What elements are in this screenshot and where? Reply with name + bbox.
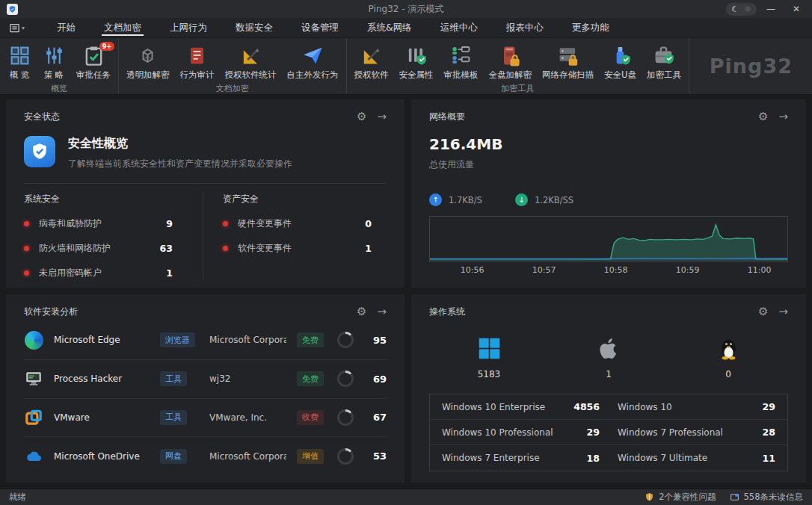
x-axis-tick-label: 10:59 — [676, 265, 700, 275]
tab-web-behavior[interactable]: 上网行为 — [156, 18, 221, 37]
approval-template-icon — [450, 45, 472, 66]
authorized-software-stats-icon — [240, 45, 262, 66]
tab-device-management[interactable]: 设备管理 — [287, 18, 353, 37]
os-linux-count: 0 — [668, 336, 788, 379]
monitor-icon — [24, 369, 43, 388]
shield-check-icon — [24, 136, 55, 167]
authorized-software-button[interactable]: 授权软件 — [349, 43, 394, 82]
fulldisk-crypt-button[interactable]: 全盘加解密 — [484, 43, 538, 82]
network-traffic-chart — [429, 216, 788, 262]
status-ready: 就绪 — [9, 492, 26, 503]
crypt-tools-button[interactable]: 加密工具 — [642, 43, 686, 82]
crypt-toolbox-icon — [653, 45, 674, 66]
list-item: 硬件变更事件 0 — [223, 217, 382, 230]
software-row-vmware[interactable]: VMware 工具 VMware, Inc. 收费 67 — [24, 399, 387, 438]
alert-dot-icon — [24, 221, 29, 226]
approval-tasks-button[interactable]: 9+ 审批任务 — [71, 43, 116, 82]
list-item: 防火墙和网络防护 63 — [24, 242, 183, 255]
alert-dot-icon — [223, 246, 228, 251]
network-storage-scan-button[interactable]: 网络存储扫描 — [537, 43, 599, 82]
x-axis-tick-label: 10:58 — [604, 265, 628, 275]
ribbon-group-label: 文档加密 — [121, 82, 344, 97]
minimize-button[interactable]: — — [760, 1, 782, 17]
list-item: 未启用密码帐户 1 — [24, 267, 183, 279]
gear-icon[interactable]: ⚙ — [758, 110, 768, 123]
panel-software-analysis: 软件安装分析 ⚙ → Microsoft Edge 浏览器 Microsoft … — [6, 294, 405, 483]
arrow-right-icon[interactable]: → — [778, 305, 788, 318]
panel-title: 网络概要 — [429, 111, 465, 123]
menubar: ▾ 开始 文档加密 上网行为 数据安全 设备管理 系统&网络 运维中心 报表中心… — [0, 18, 812, 38]
total-traffic-label: 总使用流量 — [429, 158, 788, 171]
panel-title: 安全状态 — [24, 111, 60, 123]
category-badge: 工具 — [160, 410, 187, 425]
warning-shield-icon — [645, 492, 654, 502]
x-axis-tick-label: 10:57 — [532, 265, 556, 275]
section-title: 资产安全 — [223, 193, 382, 205]
panel-title: 操作系统 — [429, 306, 465, 318]
hero-title: 安全性概览 — [68, 136, 292, 152]
arrow-right-icon[interactable]: → — [377, 305, 387, 318]
ribbon-group-doc-encryption: 透明加解密 行为审计 授权软件统计 自主外发行为 文档加密 — [119, 38, 347, 94]
gear-icon[interactable]: ⚙ — [357, 110, 366, 123]
asset-security-section: 资产安全 硬件变更事件 0 软件变更事件 1 — [203, 193, 387, 280]
price-badge: 收费 — [297, 410, 324, 425]
network-storage-scan-icon — [557, 45, 579, 66]
policy-button[interactable]: 策 略 — [37, 43, 71, 82]
unread-messages-badge[interactable]: 558条未读信息 — [730, 492, 803, 503]
titlebar: Ping32 - 演示模式 ☾ ☼ — ✕ — [0, 0, 812, 18]
score-ring — [337, 409, 354, 426]
gear-icon[interactable]: ⚙ — [357, 305, 366, 318]
upload-speed: ↑ 1.7KB/S — [429, 193, 482, 206]
price-badge: 增值 — [297, 449, 324, 464]
secure-usb-icon — [609, 45, 631, 66]
secure-usb-button[interactable]: 安全U盘 — [599, 43, 642, 82]
list-item: 病毒和威胁防护 9 — [24, 217, 183, 230]
outgoing-behavior-button[interactable]: 自主外发行为 — [282, 43, 344, 82]
tab-report-center[interactable]: 报表中心 — [492, 18, 558, 37]
tab-document-encryption[interactable]: 文档加密 — [90, 18, 156, 37]
software-row-process-hacker[interactable]: Process Hacker 工具 wj32 免费 69 — [24, 360, 387, 399]
tab-start[interactable]: 开始 — [43, 18, 90, 37]
x-axis-tick-label: 11:00 — [748, 265, 772, 275]
download-speed: ↓ 1.2KB/SS — [515, 193, 573, 206]
tab-data-security[interactable]: 数据安全 — [221, 18, 287, 37]
score-ring — [337, 371, 354, 387]
close-button[interactable]: ✕ — [785, 1, 808, 17]
tab-system-network[interactable]: 系统&网络 — [353, 18, 426, 37]
window-title: Ping32 - 演示模式 — [0, 3, 812, 16]
overview-button[interactable]: 概 览 — [2, 43, 37, 82]
table-row: Windows 10 Professional29 Windows 7 Prof… — [430, 420, 787, 445]
windows-logo-icon — [477, 336, 502, 361]
security-overview-hero: 安全性概览 了解终端当前系统安全性和资产变更情况并采取必要操作 — [24, 136, 387, 170]
sun-icon[interactable]: ☼ — [744, 4, 751, 14]
authorized-software-stats-button[interactable]: 授权软件统计 — [220, 43, 282, 82]
paper-plane-icon — [302, 45, 324, 66]
approval-template-button[interactable]: 审批模板 — [439, 43, 484, 82]
gear-icon[interactable]: ⚙ — [758, 305, 768, 318]
policy-sliders-icon — [43, 45, 65, 66]
dashboard: 安全状态 ⚙ → 安全性概览 了解终端当前系统安全性和资产变更情况并采取必要操作… — [0, 95, 812, 489]
moon-icon[interactable]: ☾ — [731, 4, 739, 14]
category-badge: 浏览器 — [160, 332, 195, 347]
security-attributes-button[interactable]: 安全属性 — [394, 43, 439, 82]
app-menu-button[interactable]: ▾ — [0, 18, 32, 37]
arrow-right-icon[interactable]: → — [778, 110, 788, 123]
section-title: 系统安全 — [24, 193, 183, 205]
apple-logo-icon — [597, 336, 621, 361]
ribbon: 概 览 策 略 9+ 审批任务 概览 透明加解密 行为审计 — [0, 38, 812, 95]
compatibility-issues-badge[interactable]: 2个兼容性问题 — [645, 492, 716, 503]
arrow-right-icon[interactable]: → — [377, 110, 387, 123]
tab-more-features[interactable]: 更多功能 — [558, 18, 624, 37]
panel-operating-system: 操作系统 ⚙ → 5183 1 0 Windows 10 Enterprise4… — [411, 294, 806, 483]
statusbar: 就绪 2个兼容性问题 558条未读信息 — [0, 489, 812, 505]
software-row-edge[interactable]: Microsoft Edge 浏览器 Microsoft Corporation… — [24, 321, 387, 360]
panel-security-status: 安全状态 ⚙ → 安全性概览 了解终端当前系统安全性和资产变更情况并采取必要操作… — [6, 99, 405, 288]
transparent-crypt-button[interactable]: 透明加解密 — [121, 43, 175, 82]
theme-toggle[interactable]: ☾ ☼ — [726, 3, 757, 16]
ribbon-group-crypt-tools: 授权软件 安全属性 审批模板 全盘加解密 网络存储扫描 安全U盘 — [347, 38, 689, 94]
software-row-onedrive[interactable]: Microsoft OneDrive 网盘 Microsoft Corporat… — [24, 437, 387, 475]
price-badge: 免费 — [297, 332, 324, 347]
behavior-audit-button[interactable]: 行为审计 — [175, 43, 220, 82]
alert-dot-icon — [24, 270, 29, 276]
tab-ops-center[interactable]: 运维中心 — [426, 18, 492, 37]
